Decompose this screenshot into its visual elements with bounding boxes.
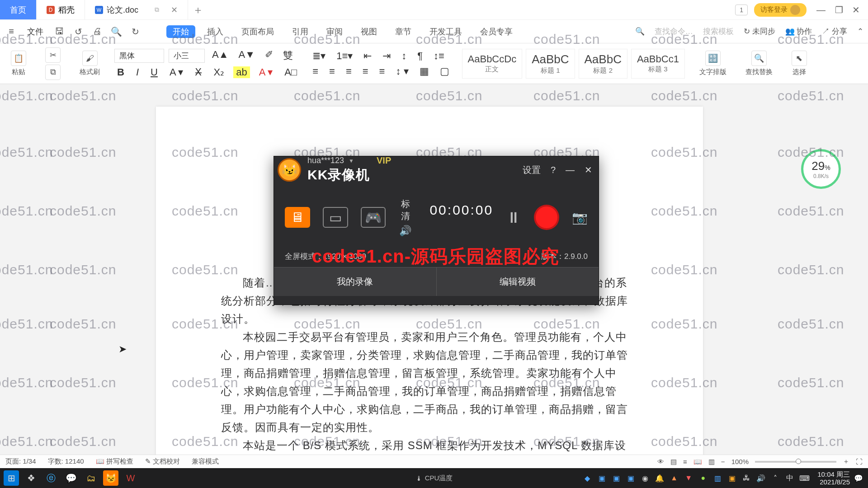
- view-outline-icon[interactable]: ≡: [683, 458, 687, 465]
- search-template-input[interactable]: 搜索模板: [703, 26, 734, 37]
- cut-icon[interactable]: ✂: [45, 47, 61, 63]
- font-grow-icon[interactable]: A▲: [209, 49, 231, 63]
- menu-member[interactable]: 会员专享: [474, 25, 519, 38]
- sort-button[interactable]: ↕: [399, 50, 409, 62]
- align-center-button[interactable]: ≡: [326, 66, 338, 77]
- tray-ime-button[interactable]: 中: [784, 472, 796, 484]
- zoom-slider[interactable]: [755, 461, 836, 463]
- start-button[interactable]: ⊞: [4, 470, 19, 486]
- align-right-button[interactable]: ≡: [343, 66, 354, 77]
- guest-login-button[interactable]: 访客登录: [754, 3, 807, 17]
- menu-references[interactable]: 引用: [286, 25, 315, 38]
- menu-insert[interactable]: 插入: [201, 25, 230, 38]
- tab-document[interactable]: W 论文.doc ⧉ ✕: [85, 0, 188, 19]
- borders-button[interactable]: ▢: [437, 66, 452, 77]
- line-spacing-button[interactable]: ↕≡: [431, 50, 447, 62]
- kk-my-recordings-button[interactable]: 我的录像: [274, 267, 436, 296]
- tray-icon-2[interactable]: ▣: [596, 472, 608, 484]
- zoom-out-button[interactable]: −: [721, 458, 725, 465]
- status-proofread[interactable]: ✎ 文档校对: [145, 457, 180, 466]
- zoom-in-button[interactable]: ＋: [843, 457, 849, 466]
- kk-record-button[interactable]: [534, 205, 559, 230]
- font-color-button[interactable]: A ▾: [167, 66, 186, 78]
- status-spellcheck[interactable]: 📖 拼写检查: [96, 457, 133, 466]
- kk-screenshot-button[interactable]: 📷: [572, 210, 588, 225]
- redo-icon[interactable]: ↻: [128, 25, 142, 38]
- tab-add-button[interactable]: ＋: [188, 0, 208, 19]
- align-justify-button[interactable]: ≡: [360, 66, 371, 77]
- taskbar-wps-icon[interactable]: W: [123, 470, 138, 486]
- underline-button[interactable]: U: [148, 66, 160, 78]
- chevron-down-icon[interactable]: ▼: [349, 158, 354, 164]
- zoom-label[interactable]: 100%: [731, 458, 749, 465]
- fullscreen-icon[interactable]: ⛶: [856, 458, 863, 465]
- indent-dec-button[interactable]: ⇤: [361, 50, 374, 62]
- action-center-icon[interactable]: 💬: [853, 472, 864, 484]
- align-distribute-button[interactable]: ≡: [377, 66, 388, 77]
- tray-icon-5[interactable]: ◉: [639, 472, 651, 484]
- collab-button[interactable]: 👥 协作: [785, 26, 812, 37]
- char-border-button[interactable]: A□: [282, 66, 300, 78]
- taskbar-cpu-temp[interactable]: 🌡 CPU温度: [415, 474, 453, 483]
- ribbon-collapse-icon[interactable]: ⌃: [857, 27, 863, 36]
- kk-mode-game-button[interactable]: 🎮: [361, 207, 386, 228]
- clear-format-icon[interactable]: ✐: [262, 49, 276, 63]
- status-compat-mode[interactable]: 兼容模式: [192, 457, 219, 466]
- undo-icon[interactable]: ↺: [71, 25, 85, 38]
- style-h1[interactable]: AaBbC标题 1: [526, 49, 575, 79]
- file-menu[interactable]: 文件: [24, 26, 47, 37]
- kk-volume-icon[interactable]: 🔊: [399, 225, 493, 237]
- menu-page-layout[interactable]: 页面布局: [235, 25, 280, 38]
- tray-chevron-up-icon[interactable]: ˄: [769, 472, 781, 484]
- tray-keyboard-icon[interactable]: ⌨: [798, 472, 810, 484]
- highlight-button[interactable]: ab: [233, 66, 250, 78]
- kk-mode-fullscreen-button[interactable]: 🖥: [285, 207, 310, 228]
- menu-chapter[interactable]: 章节: [389, 25, 418, 38]
- shading-button[interactable]: ▦: [417, 66, 432, 77]
- window-min-button[interactable]: —: [813, 5, 829, 15]
- subscript-button[interactable]: X₂: [211, 66, 227, 78]
- tab-detach-icon[interactable]: ⧉: [155, 6, 159, 14]
- taskbar-wechat-icon[interactable]: 💬: [63, 470, 79, 486]
- tray-icon-4[interactable]: ▣: [625, 472, 637, 484]
- print-icon[interactable]: 🖨: [90, 25, 104, 38]
- kk-help-icon[interactable]: ?: [551, 165, 556, 175]
- preview-icon[interactable]: 🔍: [109, 25, 123, 38]
- tray-icon-3[interactable]: ▣: [610, 472, 622, 484]
- style-h2[interactable]: AaBbC标题 2: [579, 49, 627, 79]
- copy-icon[interactable]: ⧉: [45, 65, 61, 80]
- indent-inc-button[interactable]: ⇥: [380, 50, 393, 62]
- tray-network-icon[interactable]: 🖧: [741, 472, 752, 484]
- tray-bell-icon[interactable]: 🔔: [654, 472, 665, 484]
- font-size-select[interactable]: 小三: [169, 49, 205, 63]
- strike-button[interactable]: X̶: [192, 66, 204, 78]
- taskbar-ie-icon[interactable]: ⓔ: [43, 470, 59, 486]
- textbox-icon[interactable]: 🔡: [705, 51, 721, 66]
- line-height-button[interactable]: ↕ ▾: [393, 66, 411, 77]
- share-button[interactable]: ↗ 分享: [822, 26, 847, 37]
- view-web-icon[interactable]: ▥: [708, 458, 715, 466]
- view-eye-icon[interactable]: 👁: [657, 458, 664, 465]
- tray-icon-9[interactable]: ▥: [712, 472, 723, 484]
- view-print-layout-icon[interactable]: ▤: [670, 458, 677, 466]
- tray-icon-7[interactable]: ▼: [683, 472, 694, 484]
- kk-settings-button[interactable]: 设置: [523, 164, 541, 176]
- tray-icon-6[interactable]: ▲: [668, 472, 680, 484]
- kk-quality-label[interactable]: 标清: [401, 198, 419, 222]
- taskbar-app-1[interactable]: ❖: [24, 470, 39, 486]
- italic-button[interactable]: I: [133, 66, 142, 78]
- taskbar-clock[interactable]: 10:04 周三2021/8/25: [817, 470, 850, 486]
- status-page[interactable]: 页面: 1/34: [5, 457, 36, 466]
- text-fill-button[interactable]: A ▾: [256, 66, 276, 78]
- hamburger-icon[interactable]: ≡: [5, 25, 18, 38]
- kk-mode-region-button[interactable]: ▭: [323, 207, 348, 228]
- paste-icon[interactable]: 📋: [11, 51, 26, 66]
- menu-view[interactable]: 视图: [354, 25, 383, 38]
- search-command-input[interactable]: 查找命令…: [655, 26, 693, 37]
- tab-home[interactable]: 首页: [0, 0, 37, 19]
- tray-volume-icon[interactable]: 🔊: [755, 472, 767, 484]
- kk-min-button[interactable]: —: [566, 165, 575, 175]
- font-name-select[interactable]: 黑体: [114, 49, 164, 63]
- tray-icon-1[interactable]: ◆: [581, 472, 593, 484]
- kk-edit-video-button[interactable]: 编辑视频: [436, 267, 599, 296]
